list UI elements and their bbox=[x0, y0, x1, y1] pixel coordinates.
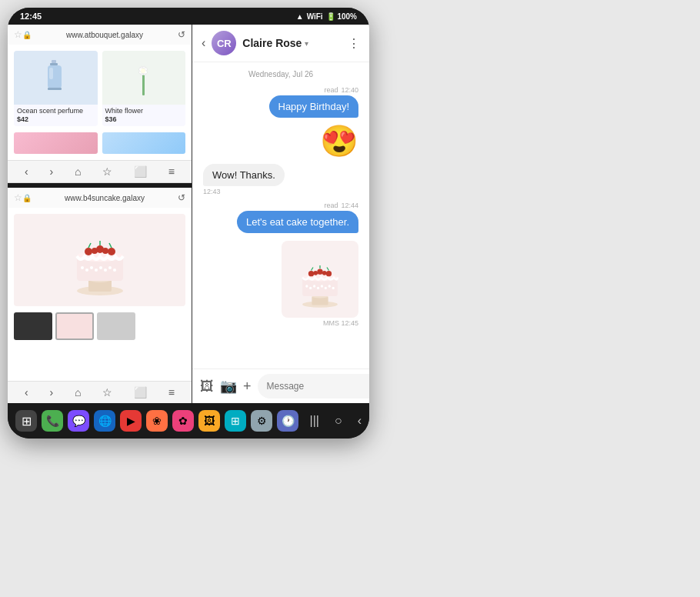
camera-icon[interactable]: 📷 bbox=[220, 378, 237, 395]
mms-label: MMS 12:45 bbox=[323, 319, 358, 327]
bookmark-btn-top[interactable]: ☆ bbox=[102, 165, 112, 178]
dock-app-cyan[interactable]: ⊞ bbox=[225, 410, 246, 432]
more-options-icon[interactable]: ⋮ bbox=[348, 36, 360, 51]
product-name-perfume: Ocean scent perfume bbox=[14, 105, 98, 115]
thumb-gray[interactable] bbox=[97, 312, 135, 340]
contact-name-row: Claire Rose ▾ bbox=[242, 37, 348, 49]
dock-app-red[interactable]: ▶ bbox=[120, 410, 142, 432]
message-happy-birthday: read 12:40 Happy Birthday! bbox=[203, 86, 358, 118]
svg-point-47 bbox=[313, 285, 315, 287]
message-cake: read 12:44 Let's eat cake together. bbox=[203, 202, 358, 233]
url-bottom[interactable]: www.b4suncake.galaxy bbox=[32, 194, 178, 202]
dock-app-grid[interactable]: ⊞ bbox=[15, 410, 37, 432]
dock-app-gallery[interactable]: 🖼 bbox=[198, 410, 220, 432]
browser-nav-top: ‹ › ⌂ ☆ ⬜ ≡ bbox=[8, 160, 192, 182]
product-name-flower: White flower bbox=[102, 105, 186, 115]
home-btn-top[interactable]: ⌂ bbox=[75, 165, 81, 178]
thumb-dark[interactable] bbox=[14, 312, 52, 340]
nav-back-icon[interactable]: ‹ bbox=[358, 414, 362, 428]
device-content: ☆ 🔒 www.atbouquet.galaxy ↺ bbox=[8, 25, 369, 403]
forward-btn-bottom[interactable]: › bbox=[49, 386, 53, 399]
date-label: Wednesday, Jul 26 bbox=[203, 70, 358, 78]
message-header: ‹ CR Claire Rose ▾ ⋮ bbox=[192, 25, 369, 62]
menu-btn-top[interactable]: ≡ bbox=[168, 165, 175, 178]
nav-recent-icon[interactable]: ||| bbox=[310, 414, 319, 428]
refresh-icon-top[interactable]: ↺ bbox=[178, 29, 185, 40]
svg-point-19 bbox=[92, 248, 98, 254]
svg-point-50 bbox=[325, 287, 327, 289]
bookmark-btn-bottom[interactable]: ☆ bbox=[102, 386, 112, 399]
message-emoji: 😍 bbox=[203, 122, 358, 159]
back-btn-bottom[interactable]: ‹ bbox=[25, 386, 28, 399]
msg-meta-1: read 12:40 bbox=[324, 86, 358, 94]
dock-app-pink[interactable]: ✿ bbox=[172, 410, 194, 432]
product-price-perfume: $42 bbox=[14, 115, 98, 126]
product-card-flower[interactable]: White flower $36 bbox=[102, 51, 186, 126]
svg-rect-1 bbox=[50, 63, 58, 65]
svg-line-23 bbox=[109, 243, 112, 248]
gallery-attach-icon[interactable]: 🖼 bbox=[200, 379, 214, 395]
cake-image-thumbnail bbox=[282, 241, 358, 318]
svg-rect-0 bbox=[52, 60, 56, 63]
bookmark-icon-2: ☆ bbox=[14, 192, 22, 203]
svg-rect-5 bbox=[142, 72, 145, 95]
svg-line-42 bbox=[312, 267, 313, 270]
dock-app-browser[interactable]: 🌐 bbox=[94, 410, 115, 432]
url-top[interactable]: www.atbouquet.galaxy bbox=[32, 31, 178, 39]
svg-point-37 bbox=[308, 271, 314, 276]
read-label-3: read bbox=[324, 202, 338, 209]
add-icon[interactable]: + bbox=[243, 379, 252, 395]
flower-image bbox=[102, 51, 186, 105]
svg-point-18 bbox=[108, 248, 115, 255]
dock-app-chat[interactable]: 💬 bbox=[68, 410, 89, 432]
lock-icon: 🔒 bbox=[22, 31, 32, 39]
home-btn-bottom[interactable]: ⌂ bbox=[75, 386, 81, 399]
banner-pink bbox=[14, 132, 98, 154]
dock-app-phone[interactable]: 📞 bbox=[42, 410, 63, 432]
dock-app-flower[interactable]: ❀ bbox=[146, 410, 168, 432]
product-price-flower: $36 bbox=[102, 115, 186, 126]
dock-app-clock[interactable]: 🕐 bbox=[277, 410, 298, 432]
back-btn-top[interactable]: ‹ bbox=[25, 165, 28, 178]
svg-point-49 bbox=[321, 285, 323, 287]
left-panel: ☆ 🔒 www.atbouquet.galaxy ↺ bbox=[8, 25, 192, 403]
signal-icon: ▲ bbox=[296, 12, 304, 21]
svg-point-45 bbox=[305, 285, 308, 287]
browser-content-bottom bbox=[8, 208, 192, 381]
wifi-icon: WiFi bbox=[307, 12, 323, 21]
time-label-3: 12:44 bbox=[341, 202, 358, 209]
svg-point-27 bbox=[95, 268, 98, 272]
svg-point-28 bbox=[99, 266, 102, 269]
menu-btn-bottom[interactable]: ≡ bbox=[168, 386, 175, 399]
cake-main-image bbox=[14, 214, 185, 306]
thumb-active[interactable] bbox=[55, 312, 94, 340]
browser-content-top: Ocean scent perfume $42 bbox=[8, 45, 192, 160]
dock: ⊞ 📞 💬 🌐 ▶ ❀ ✿ 🖼 ⊞ bbox=[8, 403, 369, 439]
nav-home-icon[interactable]: ○ bbox=[335, 414, 342, 428]
message-input-row: 🖼 📷 + 🙂 🎤 bbox=[192, 369, 369, 403]
dock-apps: ⊞ 📞 💬 🌐 ▶ ❀ ✿ 🖼 ⊞ bbox=[15, 410, 298, 432]
svg-rect-3 bbox=[49, 68, 53, 79]
tabs-btn-bottom[interactable]: ⬜ bbox=[134, 386, 147, 399]
tabs-btn-top[interactable]: ⬜ bbox=[134, 165, 147, 178]
dock-app-settings[interactable]: ⚙ bbox=[251, 410, 272, 432]
contact-name: Claire Rose bbox=[242, 37, 302, 49]
back-button[interactable]: ‹ bbox=[202, 36, 205, 50]
message-input[interactable] bbox=[258, 374, 369, 399]
time-label-1: 12:40 bbox=[341, 86, 358, 94]
heart-eyes-emoji: 😍 bbox=[320, 122, 358, 159]
perfume-image bbox=[14, 51, 98, 105]
message-wow-thanks: Wow! Thanks. 12:43 bbox=[203, 164, 358, 197]
refresh-icon-bottom[interactable]: ↺ bbox=[178, 192, 185, 203]
status-icons: ▲ WiFi 🔋 100% bbox=[296, 12, 357, 21]
top-browser: ☆ 🔒 www.atbouquet.galaxy ↺ bbox=[8, 25, 192, 183]
svg-point-51 bbox=[328, 285, 331, 287]
contact-avatar: CR bbox=[212, 31, 236, 55]
cake-thumbnails bbox=[14, 312, 185, 340]
svg-point-38 bbox=[317, 269, 322, 275]
svg-point-26 bbox=[90, 266, 93, 269]
forward-btn-top[interactable]: › bbox=[49, 165, 53, 178]
bubble-happy-birthday: Happy Birthday! bbox=[269, 95, 359, 118]
product-card-perfume[interactable]: Ocean scent perfume $42 bbox=[14, 51, 98, 126]
lock-icon-2: 🔒 bbox=[22, 194, 32, 202]
